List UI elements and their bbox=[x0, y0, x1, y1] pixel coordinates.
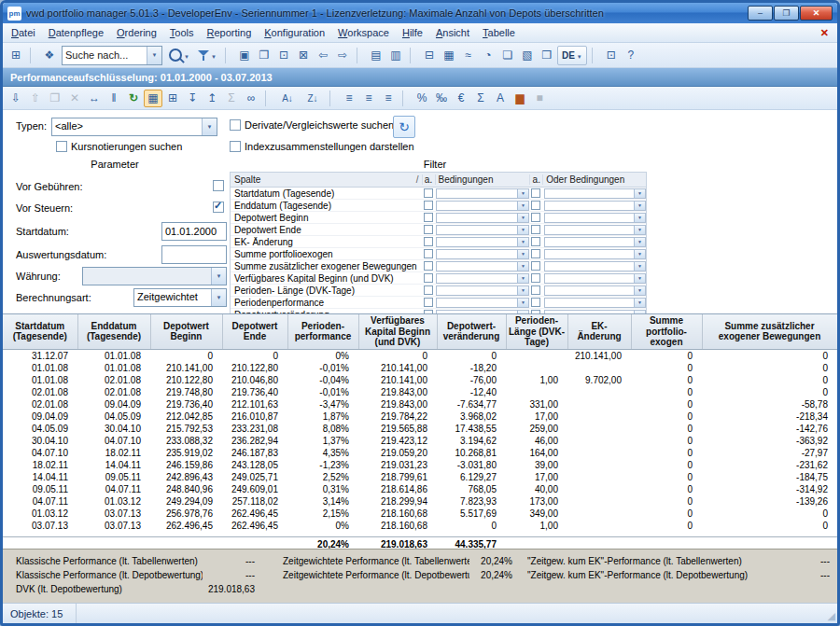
bar-chart-icon[interactable]: ▦ bbox=[440, 47, 458, 64]
or-and-checkbox[interactable] bbox=[531, 225, 540, 234]
or-and-checkbox[interactable] bbox=[531, 213, 540, 222]
column-header[interactable]: Summe zusätzlicher exogener Bewegungen bbox=[702, 314, 837, 349]
table-row[interactable]: 01.01.0801.01.08210.141,00210.122,80-0,0… bbox=[3, 362, 837, 374]
close-window-icon[interactable]: ⊠ bbox=[294, 47, 313, 64]
table-row[interactable]: 14.04.1109.05.11242.896,43249.025,712,52… bbox=[3, 471, 837, 483]
menu-item[interactable]: Tabelle bbox=[476, 25, 522, 40]
table-row[interactable]: 02.01.0802.01.08219.748,80219.736,40-0,0… bbox=[3, 386, 837, 398]
condition-select[interactable] bbox=[436, 285, 529, 296]
align-center-icon[interactable]: ≡ bbox=[359, 90, 378, 107]
nav-back-icon[interactable]: ⇦ bbox=[314, 47, 332, 64]
title-bar[interactable]: pm vwd portfolio manager 5.01.3 - Develo… bbox=[3, 3, 837, 23]
menu-item[interactable]: Workspace bbox=[331, 25, 396, 40]
search-input[interactable] bbox=[63, 47, 147, 64]
menu-item[interactable]: Ansicht bbox=[429, 25, 476, 40]
or-condition-select[interactable] bbox=[544, 237, 646, 247]
condition-select[interactable] bbox=[436, 225, 529, 235]
column-header[interactable]: Verfügbares Kapital Beginn (und DVK) bbox=[358, 314, 437, 349]
typen-select[interactable]: <alle> bbox=[51, 118, 217, 136]
edit-mode-icon[interactable]: ▦ bbox=[144, 90, 162, 107]
condition-select[interactable] bbox=[436, 213, 529, 223]
column-header[interactable]: Depotwert-veränderung bbox=[437, 314, 506, 349]
auswertungsdatum-input[interactable] bbox=[161, 245, 227, 264]
table-row[interactable]: 01.01.0802.01.08210.122,80210.046,80-0,0… bbox=[3, 374, 837, 386]
line-chart-icon[interactable]: ≈ bbox=[459, 47, 478, 64]
and-checkbox[interactable] bbox=[424, 188, 433, 198]
stop-icon[interactable]: ■ bbox=[530, 90, 549, 107]
save-workspace-icon[interactable]: ▣ bbox=[235, 47, 254, 64]
refresh-icon[interactable]: ↻ bbox=[124, 90, 143, 107]
monitor-icon[interactable]: ⊡ bbox=[602, 47, 621, 64]
or-condition-select[interactable] bbox=[544, 201, 646, 211]
and-checkbox[interactable] bbox=[424, 213, 433, 222]
table-row[interactable]: 04.05.0930.04.10215.792,53233.231,088,08… bbox=[3, 423, 837, 435]
currency-format-icon[interactable]: € bbox=[452, 90, 470, 107]
minimize-button[interactable]: – bbox=[748, 6, 773, 21]
derivate-checkbox[interactable]: Derivate/Vergleichswerte suchen bbox=[230, 119, 394, 131]
filter-col-oder[interactable]: Oder Bedingungen bbox=[542, 174, 646, 185]
insert-row-icon[interactable]: ↧ bbox=[183, 90, 202, 107]
table-row[interactable]: 31.12.0701.01.08000%00210.141,0000 bbox=[3, 349, 837, 362]
table-row[interactable]: 09.04.0904.05.09212.042,85216.010,871,87… bbox=[3, 410, 837, 423]
table-row[interactable]: 02.01.0809.04.09219.736,40212.101,63-3,4… bbox=[3, 398, 837, 410]
vor-gebuehren-checkbox[interactable] bbox=[213, 180, 224, 191]
column-header[interactable]: Depotwert Beginn bbox=[150, 314, 222, 349]
menu-item[interactable]: Datenpflege bbox=[42, 25, 110, 40]
and-checkbox[interactable] bbox=[424, 298, 433, 307]
subtotals-icon[interactable]: Σ bbox=[222, 90, 241, 107]
table-row[interactable]: 01.03.1203.07.13256.978,76262.496,452,15… bbox=[3, 508, 837, 520]
filter-col-and[interactable]: a. bbox=[422, 174, 435, 185]
column-header[interactable]: Startdatum (Tagesende) bbox=[3, 314, 77, 349]
or-condition-select[interactable] bbox=[544, 298, 646, 308]
or-condition-select[interactable] bbox=[544, 188, 646, 199]
filter-col-and2[interactable]: a. bbox=[529, 174, 542, 185]
close-document-icon[interactable]: ✕ bbox=[812, 27, 837, 39]
and-checkbox[interactable] bbox=[424, 310, 433, 313]
open-workspace-icon[interactable]: ❐ bbox=[255, 47, 273, 64]
export-icon[interactable]: ⇧ bbox=[26, 90, 45, 107]
and-checkbox[interactable] bbox=[424, 249, 433, 258]
column-header[interactable]: Perioden-performance bbox=[287, 314, 358, 349]
filter-col-bedingungen[interactable]: Bedingungen bbox=[435, 174, 530, 185]
filter-button[interactable] bbox=[194, 47, 220, 64]
sort-descending-icon[interactable]: Z↓ bbox=[301, 90, 325, 107]
berechnungsart-select[interactable]: Zeitgewichtet bbox=[133, 288, 227, 307]
menu-item[interactable]: Ordering bbox=[110, 25, 163, 40]
or-and-checkbox[interactable] bbox=[531, 249, 540, 258]
sort-ascending-icon[interactable]: A↓ bbox=[275, 90, 300, 107]
or-condition-select[interactable] bbox=[544, 213, 646, 223]
find-in-table-icon[interactable]: ∞ bbox=[242, 90, 260, 107]
restore-button[interactable]: ❐ bbox=[774, 6, 799, 21]
table-row[interactable]: 18.02.1114.04.11246.159,86243.128,05-1,2… bbox=[3, 459, 837, 471]
column-header[interactable]: Summe portfolio-exogen bbox=[631, 314, 702, 349]
condition-select[interactable] bbox=[436, 273, 529, 284]
help-icon[interactable]: ? bbox=[622, 47, 640, 64]
search-combobox[interactable] bbox=[62, 46, 162, 65]
condition-select[interactable] bbox=[436, 237, 529, 247]
table-report-icon[interactable]: ▧ bbox=[518, 47, 537, 64]
and-checkbox[interactable] bbox=[424, 201, 433, 210]
table-settings-icon[interactable]: ⊞ bbox=[163, 90, 182, 107]
fit-columns-icon[interactable]: ↔ bbox=[85, 90, 104, 107]
print-preview-icon[interactable]: ▥ bbox=[386, 47, 405, 64]
close-button[interactable]: ✕ bbox=[800, 6, 833, 21]
import-icon[interactable]: ⇩ bbox=[7, 90, 25, 107]
kursnotierungen-checkbox[interactable]: Kursnotierungen suchen bbox=[56, 141, 182, 152]
delete-icon[interactable]: ✕ bbox=[65, 90, 84, 107]
column-header[interactable]: Enddatum (Tagesende) bbox=[77, 314, 150, 349]
show-chart-icon[interactable]: ▆ bbox=[511, 90, 529, 107]
or-and-checkbox[interactable] bbox=[531, 310, 540, 313]
align-right-icon[interactable]: ≡ bbox=[379, 90, 398, 107]
or-condition-select[interactable] bbox=[544, 225, 646, 235]
menu-item[interactable]: Konfiguration bbox=[258, 25, 331, 40]
chevron-down-icon[interactable] bbox=[147, 47, 161, 64]
or-and-checkbox[interactable] bbox=[531, 285, 540, 295]
menu-item[interactable]: Reporting bbox=[201, 25, 259, 40]
remove-row-icon[interactable]: ↥ bbox=[203, 90, 221, 107]
and-checkbox[interactable] bbox=[424, 273, 433, 283]
or-and-checkbox[interactable] bbox=[531, 188, 540, 198]
freeze-columns-icon[interactable]: ‖ bbox=[105, 90, 123, 107]
table-row[interactable]: 03.07.1303.07.13262.496,45262.496,450%21… bbox=[3, 520, 837, 532]
or-and-checkbox[interactable] bbox=[531, 237, 540, 246]
table-row[interactable]: 30.04.1004.07.10233.088,32236.282,941,37… bbox=[3, 435, 837, 447]
